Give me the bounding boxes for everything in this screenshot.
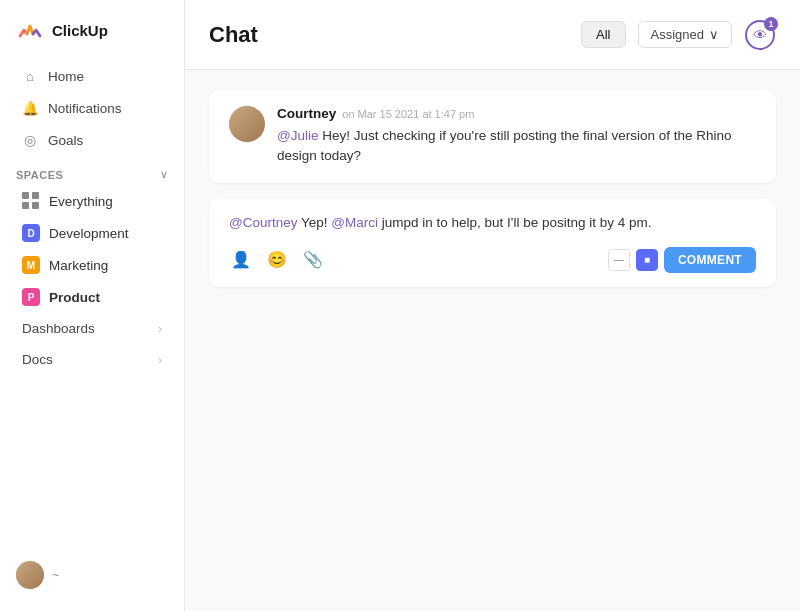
nav-goals-label: Goals xyxy=(48,133,83,148)
trophy-icon: ◎ xyxy=(22,132,38,148)
user-menu-dot: ~ xyxy=(52,568,59,582)
mini-button-2[interactable]: ■ xyxy=(636,249,658,271)
mini-button-1[interactable]: — xyxy=(608,249,630,271)
topbar-actions: All Assigned ∨ 👁 1 xyxy=(581,19,776,51)
page-title: Chat xyxy=(209,22,258,48)
avatar xyxy=(229,106,265,142)
reply-tools-right: — ■ COMMENT xyxy=(608,247,756,273)
reply-toolbar: 👤 😊 📎 — ■ COMMENT xyxy=(229,247,756,273)
home-icon: ⌂ xyxy=(22,68,38,84)
chevron-right-icon: › xyxy=(158,353,162,367)
message-author: Courtney xyxy=(277,106,336,121)
comment-button[interactable]: COMMENT xyxy=(664,247,756,273)
mention-courtney: @Courtney xyxy=(229,215,297,230)
dashboards-label: Dashboards xyxy=(22,321,95,336)
reply-content-2: jumpd in to help, but I'll be positng it… xyxy=(382,215,652,230)
reply-text: @Courtney Yep! @Marci jumpd in to help, … xyxy=(229,213,756,233)
user-icon[interactable]: 👤 xyxy=(229,248,253,272)
chevron-down-icon[interactable]: ∨ xyxy=(160,168,168,181)
nav-home-label: Home xyxy=(48,69,84,84)
message-text: @Julie Hey! Just checking if you're stil… xyxy=(277,126,756,167)
marketing-badge: M xyxy=(22,256,40,274)
spaces-header: Spaces ∨ xyxy=(0,156,184,185)
bell-icon: 🔔 xyxy=(22,100,38,116)
message-meta: Courtney on Mar 15 2021 at 1:47 pm xyxy=(277,106,756,121)
chevron-down-icon: ∨ xyxy=(709,27,719,42)
reply-content-1: Yep! xyxy=(301,215,331,230)
emoji-icon[interactable]: 😊 xyxy=(265,248,289,272)
docs-label: Docs xyxy=(22,352,53,367)
message-body: Courtney on Mar 15 2021 at 1:47 pm @Juli… xyxy=(277,106,756,167)
reply-card: @Courtney Yep! @Marci jumpd in to help, … xyxy=(209,199,776,287)
main-content: Chat All Assigned ∨ 👁 1 Courtney xyxy=(185,0,800,611)
sidebar-item-dashboards[interactable]: Dashboards › xyxy=(6,314,178,343)
sidebar-item-product-label: Product xyxy=(49,290,100,305)
sidebar-item-marketing-label: Marketing xyxy=(49,258,108,273)
avatar xyxy=(16,561,44,589)
message-content: Hey! Just checking if you're still posti… xyxy=(277,128,732,163)
sidebar-item-development[interactable]: D Development xyxy=(6,218,178,248)
chat-area: Courtney on Mar 15 2021 at 1:47 pm @Juli… xyxy=(185,70,800,611)
sidebar: ClickUp ⌂ Home 🔔 Notifications ◎ Goals S… xyxy=(0,0,185,611)
nav-home[interactable]: ⌂ Home xyxy=(6,61,178,91)
reply-tools-left: 👤 😊 📎 xyxy=(229,248,325,272)
product-badge: P xyxy=(22,288,40,306)
badge-count: 1 xyxy=(764,17,778,31)
app-name: ClickUp xyxy=(52,22,108,39)
attachment-icon[interactable]: 📎 xyxy=(301,248,325,272)
filter-all-button[interactable]: All xyxy=(581,21,625,48)
sidebar-item-development-label: Development xyxy=(49,226,129,241)
eye-badge-container[interactable]: 👁 1 xyxy=(744,19,776,51)
development-badge: D xyxy=(22,224,40,242)
nav-notifications-label: Notifications xyxy=(48,101,122,116)
grid-icon xyxy=(22,192,40,210)
assigned-label: Assigned xyxy=(651,27,704,42)
mention-marci: @Marci xyxy=(331,215,378,230)
sidebar-item-marketing[interactable]: M Marketing xyxy=(6,250,178,280)
spaces-label: Spaces xyxy=(16,169,63,181)
user-profile[interactable]: ~ xyxy=(0,551,184,599)
topbar: Chat All Assigned ∨ 👁 1 xyxy=(185,0,800,70)
message-time: on Mar 15 2021 at 1:47 pm xyxy=(342,108,474,120)
filter-assigned-button[interactable]: Assigned ∨ xyxy=(638,21,732,48)
logo[interactable]: ClickUp xyxy=(0,12,184,60)
sidebar-item-product[interactable]: P Product xyxy=(6,282,178,312)
message-header: Courtney on Mar 15 2021 at 1:47 pm @Juli… xyxy=(229,106,756,167)
nav-notifications[interactable]: 🔔 Notifications xyxy=(6,93,178,123)
clickup-logo-icon xyxy=(16,16,44,44)
mention-julie: @Julie xyxy=(277,128,318,143)
sidebar-item-docs[interactable]: Docs › xyxy=(6,345,178,374)
chevron-right-icon: › xyxy=(158,322,162,336)
sidebar-item-everything[interactable]: Everything xyxy=(6,186,178,216)
message-card: Courtney on Mar 15 2021 at 1:47 pm @Juli… xyxy=(209,90,776,183)
nav-goals[interactable]: ◎ Goals xyxy=(6,125,178,155)
sidebar-item-everything-label: Everything xyxy=(49,194,113,209)
